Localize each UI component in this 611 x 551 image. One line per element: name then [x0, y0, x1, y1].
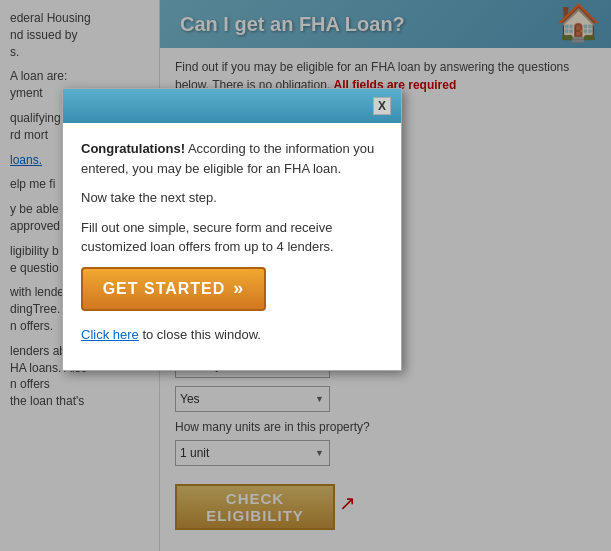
get-started-button[interactable]: GET STARTED » [81, 267, 266, 311]
get-started-label: GET STARTED [103, 280, 226, 298]
modal-body: Congratulations! According to the inform… [63, 123, 401, 370]
modal-congrats-text: Congratulations! According to the inform… [81, 139, 383, 178]
modal-close-suffix: to close this window. [139, 327, 261, 342]
get-started-arrows: » [233, 278, 244, 299]
modal-header: X [63, 89, 401, 123]
modal-overlay: X Congratulations! According to the info… [0, 0, 611, 551]
modal-close-link[interactable]: Click here [81, 327, 139, 342]
modal-description: Fill out one simple, secure form and rec… [81, 218, 383, 257]
modal-close-link-text: Click here to close this window. [81, 325, 383, 345]
modal-next-step: Now take the next step. [81, 188, 383, 208]
modal-dialog: X Congratulations! According to the info… [62, 88, 402, 371]
modal-congratulations: Congratulations! [81, 141, 185, 156]
modal-close-button[interactable]: X [373, 97, 391, 115]
